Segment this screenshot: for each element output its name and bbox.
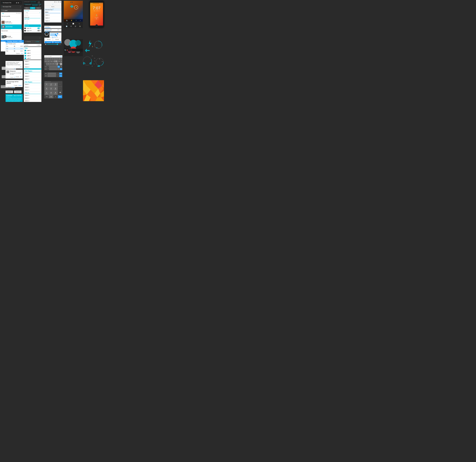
cam-icon-1[interactable]: 📷: [66, 20, 68, 21]
dropdown-opt-2[interactable]: Option 2: [44, 17, 61, 19]
undo-button[interactable]: ↩ UNDO: [36, 44, 41, 46]
slider-thumb-1[interactable]: [57, 33, 58, 34]
dropdown-input[interactable]: [45, 11, 61, 13]
num-7[interactable]: 7PQRS: [44, 91, 49, 95]
dialog-ok[interactable]: OK: [20, 76, 22, 78]
more-icon-2[interactable]: ⋮: [20, 6, 21, 8]
cam-switch-icon[interactable]: 🔄: [66, 26, 68, 27]
send-button[interactable]: ▶: [61, 56, 62, 57]
cal-row-1[interactable]: Dec. 31 2012: [5, 45, 24, 48]
abc-num2[interactable]: ABC: [44, 75, 47, 77]
kb-h[interactable]: h: [52, 60, 54, 62]
title-list-item-4[interactable]: Label 4: [24, 57, 42, 60]
copy-icon[interactable]: ⧉: [58, 1, 59, 3]
kb-next[interactable]: Next: [60, 68, 62, 70]
title-list-item-3[interactable]: Label 3: [24, 54, 42, 57]
num-star-hash[interactable]: * #: [44, 95, 49, 98]
play-icon[interactable]: ▷: [56, 1, 57, 3]
window-icon-2[interactable]: ▣: [18, 2, 19, 3]
toggle-off-switch[interactable]: OFF: [37, 30, 41, 31]
option-item-2[interactable]: Option 2: [24, 63, 41, 66]
alert-delete-delete[interactable]: Delete: [18, 85, 22, 86]
kb-g[interactable]: g: [51, 60, 52, 62]
abc-space[interactable]: [48, 73, 56, 75]
bookmark-icon[interactable]: ⊞: [60, 1, 61, 3]
collapse-indicator[interactable]: ▶: [3, 35, 7, 38]
alert2-ghost-ok[interactable]: OK: [14, 77, 16, 78]
abc-next[interactable]: Next: [59, 73, 62, 75]
window-icon-1[interactable]: ▣: [16, 2, 17, 3]
abc-next2[interactable]: Next: [59, 75, 62, 77]
kb-mic[interactable]: 🎤: [47, 66, 49, 68]
nav-home[interactable]: ⬜: [72, 23, 74, 24]
slider-row-1[interactable]: [50, 34, 61, 34]
alert3-ghost-cancel[interactable]: Cancel: [8, 87, 11, 88]
num-dot[interactable]: .: [58, 87, 62, 91]
kb-shift[interactable]: ⇧: [44, 63, 46, 65]
camera-icon[interactable]: 📷: [64, 49, 66, 51]
region2-opt1[interactable]: Option 1: [24, 83, 41, 86]
kb-space2[interactable]: [49, 68, 57, 70]
num-del[interactable]: ⌫: [58, 91, 62, 95]
kb-k[interactable]: k: [61, 60, 62, 62]
cam-photo-icon[interactable]: 📸: [79, 26, 81, 27]
region1-opt1[interactable]: Option 1: [24, 72, 41, 75]
upload-btn-2[interactable]: Uploaded: [14, 90, 22, 93]
cal-checkbox[interactable]: ✓: [6, 43, 8, 44]
num-6[interactable]: 6MNO: [53, 87, 58, 91]
cal-checkbox-row[interactable]: ✓ Provide a year: [5, 43, 24, 45]
kb-m[interactable]: m: [56, 60, 57, 62]
cal-row-2[interactable]: Jan 01 2013: [5, 48, 24, 50]
kb-b[interactable]: b: [53, 63, 55, 65]
progress-close-1[interactable]: ✕: [60, 26, 61, 27]
kb-num2[interactable]: ?123: [44, 68, 47, 70]
option-item-3[interactable]: Option 3: [24, 66, 41, 68]
kb-del[interactable]: ⌫: [58, 63, 60, 65]
num-0[interactable]: 0: [49, 95, 53, 98]
region1-opt2[interactable]: Option 2: [24, 75, 41, 78]
floating-key[interactable]: P: [60, 63, 62, 65]
cal-cancel[interactable]: Cancel: [16, 53, 20, 54]
num-dash[interactable]: -: [58, 83, 62, 87]
scrollbar[interactable]: [21, 25, 22, 30]
tab-featured[interactable]: FEATURED: [30, 1, 36, 4]
slider-row-3[interactable]: [50, 35, 61, 36]
subtab-3[interactable]: TAB 3: [36, 7, 41, 9]
nav-recents[interactable]: ⬡: [79, 23, 80, 24]
kb-r[interactable]: r: [50, 58, 51, 60]
back-icon[interactable]: ‹: [1, 2, 2, 4]
more-icon-1[interactable]: ⋮: [20, 2, 21, 3]
slider-row-2[interactable]: [50, 35, 61, 35]
kb-o2[interactable]: o: [59, 60, 60, 62]
kb-i[interactable]: i: [57, 58, 59, 60]
settings-icon[interactable]: ⚙: [50, 81, 51, 82]
kb-y[interactable]: y: [53, 58, 55, 60]
kb-w[interactable]: w: [46, 58, 48, 60]
back-icon-2[interactable]: ‹: [1, 6, 2, 8]
kb-m2[interactable]: m: [56, 63, 58, 65]
kb-n[interactable]: n: [55, 63, 56, 65]
option-item-1[interactable]: Option 1: [24, 60, 41, 63]
abc-dot2[interactable]: ...: [56, 75, 59, 77]
dropdown-opt-1[interactable]: Option 1: [44, 14, 61, 17]
cam-icon-2[interactable]: ⚡: [71, 20, 72, 21]
abc-dot[interactable]: .: [56, 73, 59, 75]
kb-a[interactable]: a: [44, 60, 46, 62]
focused-field[interactable]: Focused: [24, 25, 41, 27]
kb-c[interactable]: c: [50, 63, 51, 65]
kb-del2[interactable]: ⌫: [60, 66, 62, 68]
tab-toppaid[interactable]: TOP PAID: [36, 1, 42, 4]
active-field[interactable]: Active text: [24, 16, 41, 18]
volume-thumb[interactable]: [57, 44, 58, 45]
region1-opt3[interactable]: Option 3: [24, 78, 41, 80]
volume-track[interactable]: [47, 44, 61, 44]
done-button[interactable]: ✓ DONE: [33, 40, 42, 43]
region3-opt2[interactable]: Option 2: [24, 97, 41, 100]
toggle-on-row[interactable]: Toggle ON ON: [24, 27, 41, 30]
phone-home-button[interactable]: [95, 24, 98, 27]
alert-news-ok[interactable]: OK: [20, 66, 22, 68]
alert3-ghost-del[interactable]: Delete: [12, 87, 15, 88]
nav-back[interactable]: ◁: [67, 23, 68, 24]
search-field[interactable]: ⌕ ✎: [24, 12, 41, 14]
kb-space[interactable]: [49, 66, 57, 68]
